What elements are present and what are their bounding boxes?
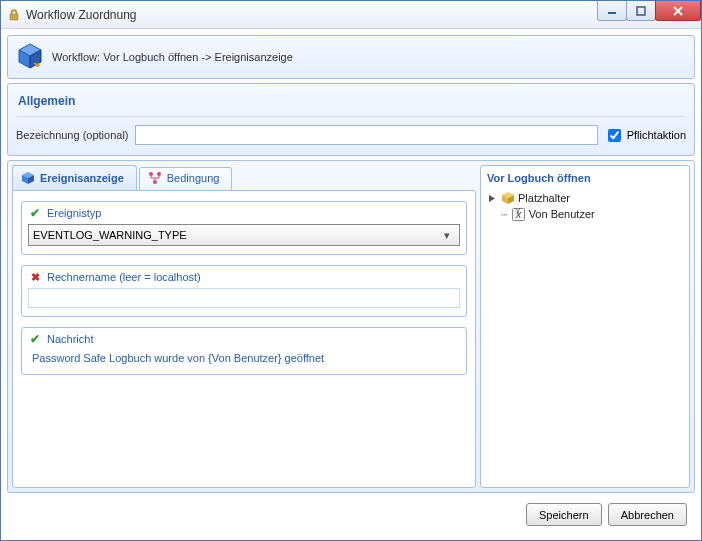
tab-condition[interactable]: Bedingung — [139, 167, 233, 190]
variable-icon: x√ — [512, 207, 526, 221]
mandatory-label: Pflichtaktion — [627, 129, 686, 141]
check-icon — [28, 332, 42, 346]
footer: Speichern Abbrechen — [7, 497, 695, 534]
window-title: Workflow Zuordnung — [26, 8, 598, 22]
tree-node-child[interactable]: ⋯ x√ Von Benutzer — [501, 206, 683, 222]
event-type-label: Ereignistyp — [47, 207, 101, 219]
event-type-value: EVENTLOG_WARNING_TYPE — [33, 229, 187, 241]
tab-event-label: Ereignisanzeige — [40, 172, 124, 184]
tab-condition-label: Bedingung — [167, 172, 220, 184]
svg-text:√: √ — [515, 208, 522, 215]
collapse-icon[interactable] — [487, 193, 498, 204]
window: Workflow Zuordnung Workflow: Vor Logbuch… — [0, 0, 702, 541]
message-label: Nachricht — [47, 333, 93, 345]
folder-cube-icon — [501, 191, 515, 205]
check-icon — [28, 206, 42, 220]
name-label: Bezeichnung (optional) — [16, 129, 129, 141]
hostname-input[interactable] — [28, 288, 460, 308]
message-field: Nachricht Password Safe Logbuch wurde vo… — [21, 327, 467, 375]
svg-point-10 — [153, 180, 157, 184]
name-input[interactable] — [135, 125, 598, 145]
workflow-cube-icon — [16, 42, 44, 72]
hostname-label: Rechnername (leer = localhost) — [47, 271, 201, 283]
event-type-field: Ereignistyp EVENTLOG_WARNING_TYPE ▾ — [21, 201, 467, 255]
general-title: Allgemein — [16, 90, 686, 117]
tree-node-root[interactable]: Platzhalter — [487, 190, 683, 206]
svg-rect-1 — [637, 7, 645, 15]
close-button[interactable] — [655, 1, 701, 21]
general-panel: Allgemein Bezeichnung (optional) Pflicht… — [7, 83, 695, 156]
svg-point-8 — [149, 172, 153, 176]
body: Workflow: Vor Logbuch öffnen -> Ereignis… — [1, 29, 701, 540]
workflow-header: Workflow: Vor Logbuch öffnen -> Ereignis… — [7, 35, 695, 79]
tab-event[interactable]: Ereignisanzeige — [12, 165, 137, 190]
tree-node-child-label: Von Benutzer — [529, 208, 595, 220]
event-type-select[interactable]: EVENTLOG_WARNING_TYPE ▾ — [28, 224, 460, 246]
maximize-button[interactable] — [626, 1, 656, 21]
mandatory-checkbox-input[interactable] — [608, 129, 621, 142]
titlebar[interactable]: Workflow Zuordnung — [1, 1, 701, 29]
main-panel: Ereignisanzeige Bedingung Ereignistyp — [7, 160, 695, 493]
cube-icon — [21, 171, 35, 185]
svg-rect-0 — [608, 12, 616, 14]
lock-icon — [7, 8, 21, 22]
placeholder-sidebar: Vor Logbuch öffnen Platzhalter ⋯ — [480, 165, 690, 488]
name-row: Bezeichnung (optional) Pflichtaktion — [16, 125, 686, 145]
tree-connector: ⋯ — [501, 208, 507, 221]
condition-icon — [148, 171, 162, 185]
sidebar-title: Vor Logbuch öffnen — [487, 172, 683, 184]
workflow-path: Workflow: Vor Logbuch öffnen -> Ereignis… — [52, 51, 293, 63]
tabs: Ereignisanzeige Bedingung — [12, 165, 476, 190]
cancel-button[interactable]: Abbrechen — [608, 503, 687, 526]
svg-point-9 — [157, 172, 161, 176]
chevron-down-icon: ▾ — [439, 229, 455, 242]
mandatory-checkbox[interactable]: Pflichtaktion — [604, 126, 686, 145]
window-buttons — [598, 1, 701, 28]
tab-body: Ereignistyp EVENTLOG_WARNING_TYPE ▾ Rech… — [12, 190, 476, 488]
placeholder-tree: Platzhalter ⋯ x√ Von Benutzer — [487, 190, 683, 222]
save-button[interactable]: Speichern — [526, 503, 602, 526]
message-value: Password Safe Logbuch wurde von {Von Ben… — [28, 350, 460, 366]
minimize-button[interactable] — [597, 1, 627, 21]
hostname-field: Rechnername (leer = localhost) — [21, 265, 467, 317]
x-icon — [28, 270, 42, 284]
tree-node-root-label: Platzhalter — [518, 192, 570, 204]
left-column: Ereignisanzeige Bedingung Ereignistyp — [12, 165, 476, 488]
